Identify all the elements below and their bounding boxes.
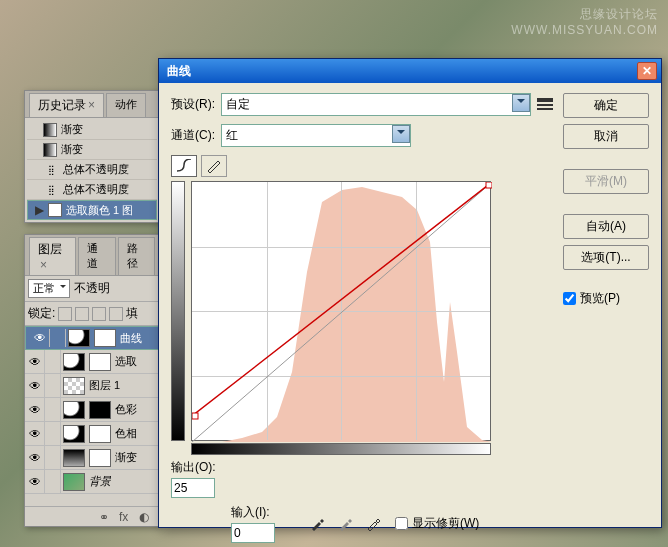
input-gradient [191,443,491,455]
close-button[interactable]: ✕ [637,62,657,80]
preset-dropdown[interactable]: 自定 [221,93,531,116]
curve-line [192,182,492,442]
layer-thumb[interactable] [63,401,85,419]
mask-thumb[interactable] [89,401,111,419]
lock-move-icon[interactable] [92,307,106,321]
input-label: 输入(I): [231,504,275,521]
layers-panel: 图层× 通道 路径 正常 不透明 锁定: 填 👁曲线 👁选取 👁图层 1 👁色彩… [24,234,160,527]
tab-layers[interactable]: 图层× [29,237,76,275]
preview-checkbox[interactable]: 预览(P) [563,290,649,307]
dialog-title: 曲线 [163,63,637,80]
watermark-line2: WWW.MISSYUAN.COM [511,23,658,37]
layer-row[interactable]: 👁曲线 [25,326,159,350]
cancel-button[interactable]: 取消 [563,124,649,149]
svg-rect-4 [486,182,492,188]
svg-rect-3 [192,413,198,419]
layers-list: 👁曲线 👁选取 👁图层 1 👁色彩 👁色相 👁渐变 👁背景 [25,326,159,494]
lock-label: 锁定: [28,305,55,322]
history-item[interactable]: 渐变 [27,140,157,160]
visibility-toggle[interactable]: 👁 [25,350,45,373]
visibility-toggle[interactable]: 👁 [30,329,50,347]
lock-all-icon[interactable] [109,307,123,321]
mask-thumb[interactable] [94,329,116,347]
opacity-label: 不透明 [74,280,110,297]
visibility-toggle[interactable]: 👁 [25,470,45,493]
layer-thumb[interactable] [63,377,85,395]
history-item[interactable]: ⣿总体不透明度 [27,160,157,180]
tab-history[interactable]: 历史记录× [29,93,104,117]
eyedropper-white-icon[interactable] [363,514,383,534]
auto-button[interactable]: 自动(A) [563,214,649,239]
gradient-icon [43,143,57,157]
history-item[interactable]: ⣿总体不透明度 [27,180,157,200]
history-tabs: 历史记录× 动作 [25,91,159,118]
close-icon[interactable]: × [88,98,95,112]
fill-label: 填 [126,305,138,322]
lock-row: 锁定: 填 [25,302,159,326]
layer-row[interactable]: 👁色彩 [25,398,159,422]
opacity-icon: ⣿ [43,162,59,178]
show-clipping-checkbox[interactable]: 显示修剪(W) [395,515,479,532]
svg-line-1 [192,182,492,442]
layer-row[interactable]: 👁色相 [25,422,159,446]
layers-tabs: 图层× 通道 路径 [25,235,159,276]
chevron-down-icon [392,125,410,143]
curves-dialog: 曲线 ✕ 预设(R): 自定 通道(C): 红 [158,58,662,528]
visibility-toggle[interactable]: 👁 [25,374,45,397]
input-input[interactable] [231,523,275,543]
preset-label: 预设(R): [171,96,215,113]
history-list: 渐变 渐变 ⣿总体不透明度 ⣿总体不透明度 ▶▤选取颜色 1 图 [25,118,159,222]
channel-dropdown[interactable]: 红 [221,124,411,147]
watermark: 思缘设计论坛 WWW.MISSYUAN.COM [511,6,658,37]
layer-thumb[interactable] [63,473,85,491]
mask-thumb[interactable] [89,353,111,371]
curve-graph[interactable] [191,181,491,441]
ok-button[interactable]: 确定 [563,93,649,118]
curve-pencil-tool[interactable] [201,155,227,177]
layers-footer: ⚭ fx ◐ [25,506,159,526]
visibility-toggle[interactable]: 👁 [25,446,45,469]
mask-icon[interactable]: ◐ [139,510,153,524]
link-icon[interactable]: ⚭ [99,510,113,524]
svg-line-2 [192,182,492,416]
mask-thumb[interactable] [89,425,111,443]
layer-thumb[interactable] [63,425,85,443]
gradient-icon [43,123,57,137]
layer-row[interactable]: 👁渐变 [25,446,159,470]
mask-thumb[interactable] [89,449,111,467]
eyedropper-black-icon[interactable] [307,514,327,534]
layers-toolbar: 正常 不透明 [25,276,159,302]
blend-mode-dropdown[interactable]: 正常 [28,279,70,298]
close-icon[interactable]: × [40,258,47,272]
output-gradient [171,181,185,441]
eyedropper-gray-icon[interactable] [335,514,355,534]
layer-thumb[interactable] [63,353,85,371]
fx-icon[interactable]: fx [119,510,133,524]
preset-menu-icon[interactable] [537,98,553,112]
history-item[interactable]: 渐变 [27,120,157,140]
options-button[interactable]: 选项(T)... [563,245,649,270]
output-input[interactable] [171,478,215,498]
output-label: 输出(O): [171,459,216,476]
tab-paths[interactable]: 路径 [118,237,155,275]
layer-row[interactable]: 👁选取 [25,350,159,374]
lock-transparency-icon[interactable] [58,307,72,321]
channel-label: 通道(C): [171,127,215,144]
selective-color-icon: ▤ [48,203,62,217]
layer-row[interactable]: 👁背景 [25,470,159,494]
tab-actions[interactable]: 动作 [106,93,146,117]
layer-thumb[interactable] [63,449,85,467]
smooth-button[interactable]: 平滑(M) [563,169,649,194]
tab-channels[interactable]: 通道 [78,237,115,275]
history-item[interactable]: ▶▤选取颜色 1 图 [27,200,157,220]
layer-row[interactable]: 👁图层 1 [25,374,159,398]
chevron-down-icon [512,94,530,112]
visibility-toggle[interactable]: 👁 [25,398,45,421]
opacity-icon: ⣿ [43,182,59,198]
layer-thumb[interactable] [68,329,90,347]
dialog-titlebar[interactable]: 曲线 ✕ [159,59,661,83]
history-panel: 历史记录× 动作 渐变 渐变 ⣿总体不透明度 ⣿总体不透明度 ▶▤选取颜色 1 … [24,90,160,223]
lock-brush-icon[interactable] [75,307,89,321]
visibility-toggle[interactable]: 👁 [25,422,45,445]
curve-point-tool[interactable] [171,155,197,177]
